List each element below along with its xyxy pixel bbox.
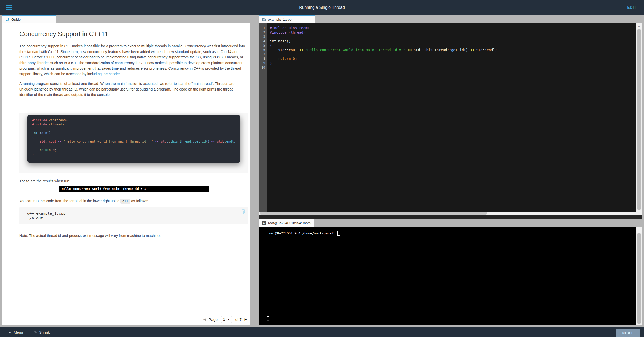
prev-page-icon[interactable]: ◀	[203, 318, 206, 321]
pagination: ◀ Page 1 ▲ of 7 ▶	[203, 316, 247, 323]
file-icon	[262, 18, 266, 22]
edit-button[interactable]: EDIT	[627, 0, 637, 15]
udacity-icon	[5, 18, 9, 22]
terminal-icon: $.	[262, 221, 266, 225]
shrink-label: Shrink	[39, 330, 50, 334]
paragraph-2: A running program consists of at least o…	[19, 81, 245, 98]
terminal-vertical-scrollbar[interactable]: ▲	[636, 227, 642, 325]
code-card: #include <iostream>#include <thread> int…	[27, 115, 240, 163]
mouse-ibeam-cursor	[266, 316, 269, 321]
lesson-title: Running a Single Thread	[0, 0, 644, 15]
shrink-icon	[34, 330, 37, 334]
terminal-line: root@8a224651b954:/home/workspace#	[259, 227, 642, 236]
page-number-value: 1	[223, 317, 225, 321]
page-title: Concurrency Support in C++11	[19, 30, 245, 38]
next-button[interactable]: NEXT	[616, 329, 640, 337]
run-text-before: You can run this code from the terminal …	[19, 199, 119, 203]
scroll-up-icon[interactable]: ▲	[636, 23, 642, 28]
menu-label: Menu	[14, 330, 23, 334]
code-editor[interactable]: 12345678910 #include <iostream>#include …	[259, 23, 642, 212]
guide-tab-label: Guide	[11, 18, 21, 21]
workspace-root: Running a Single Thread EDIT Guide Concu…	[0, 0, 644, 337]
results-label: These are the results when run:	[19, 178, 245, 184]
note-text: Note: The actual thread id and process e…	[19, 233, 245, 239]
menu-button[interactable]: Menu	[9, 330, 23, 334]
guide-panel: Concurrency Support in C++11 The concurr…	[2, 23, 250, 325]
page-label: Page	[209, 317, 218, 322]
page-total-label: of 7	[235, 317, 242, 322]
program-output: Hello concurrent world from main! Thread…	[59, 186, 209, 192]
scrollbar-thumb[interactable]	[260, 212, 487, 215]
scrollbar-thumb[interactable]	[637, 233, 641, 324]
page-up-icon: ▲	[228, 318, 230, 321]
terminal-cursor	[337, 231, 340, 236]
code-figure: #include <iostream>#include <thread> int…	[19, 113, 248, 173]
scrollbar-thumb[interactable]	[637, 29, 641, 210]
terminal-tab-label: root@8a224651b954: /home/w	[268, 221, 311, 225]
tab-guide[interactable]: Guide	[2, 15, 56, 23]
chevron-up-icon	[9, 330, 12, 334]
tab-terminal[interactable]: $. root@8a224651b954: /home/w	[259, 219, 314, 227]
line-numbers: 12345678910	[259, 23, 267, 212]
copy-icon[interactable]	[240, 209, 245, 214]
page-number-select[interactable]: 1 ▲	[221, 316, 232, 323]
editor-tab-label: example_1.cpp	[268, 18, 292, 21]
guide-code-block: #include <iostream>#include <thread> int…	[32, 118, 240, 157]
editor-vertical-scrollbar[interactable]: ▲	[636, 23, 642, 212]
editor-code[interactable]: #include <iostream>#include <thread> int…	[270, 26, 634, 70]
top-navbar: Running a Single Thread EDIT	[0, 0, 644, 15]
run-text-after: as follows:	[131, 199, 148, 203]
run-instructions: You can run this code from the terminal …	[19, 198, 245, 204]
shrink-button[interactable]: Shrink	[34, 330, 50, 334]
shell-snippet: g++ example_1.cpp./a.out	[19, 207, 248, 224]
next-page-icon[interactable]: ▶	[245, 318, 247, 321]
tab-editor-file[interactable]: example_1.cpp	[259, 15, 315, 23]
terminal[interactable]: root@8a224651b954:/home/workspace# ▲	[259, 227, 642, 325]
panel-resizer[interactable]	[259, 215, 642, 219]
scroll-up-icon[interactable]: ▲	[636, 227, 642, 232]
terminal-prompt: root@8a224651b954:/home/workspace#	[267, 231, 335, 235]
editor-horizontal-scrollbar[interactable]	[259, 212, 642, 215]
bottom-toolbar: Menu Shrink NEXT	[0, 327, 644, 337]
shell-code-block: g++ example_1.cpp./a.out	[27, 211, 248, 220]
paragraph-1: The concurrency support in C++ makes it …	[19, 43, 245, 77]
inline-code-gpp: g++	[120, 199, 130, 204]
